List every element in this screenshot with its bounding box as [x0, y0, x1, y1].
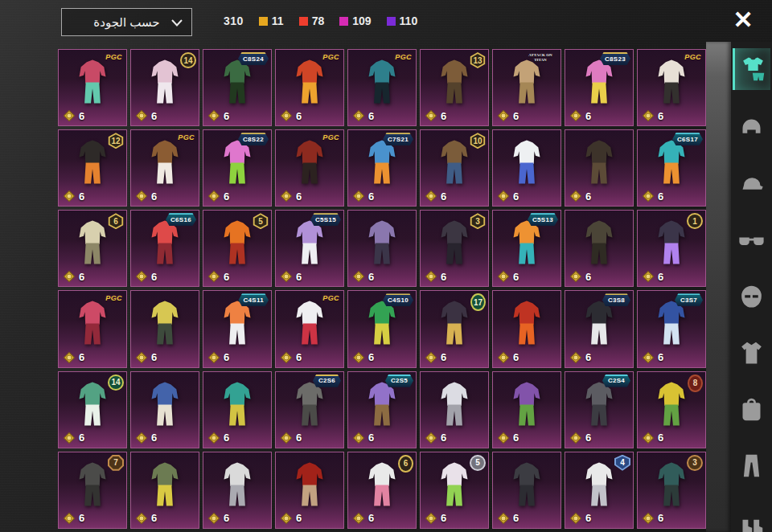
item-card-45[interactable]: 6 8	[637, 371, 706, 448]
item-card-12[interactable]: 6 C8S22	[203, 129, 272, 207]
item-card-28[interactable]: 6 PGC	[58, 290, 127, 367]
outfit-art	[146, 55, 183, 108]
item-card-22[interactable]: 6 C5S15	[275, 210, 344, 287]
coin-icon	[135, 190, 148, 203]
item-card-23[interactable]: 6	[347, 210, 417, 287]
item-cost: 6	[207, 190, 229, 203]
item-card-19[interactable]: 6 6	[58, 210, 127, 287]
item-card-13[interactable]: 6 PGC	[275, 129, 344, 207]
outfit-art	[508, 55, 545, 108]
shirt-icon	[738, 340, 765, 366]
item-card-54[interactable]: 6 3	[637, 452, 706, 529]
coin-icon	[569, 190, 582, 203]
coin-count: 6	[658, 110, 663, 122]
item-card-35[interactable]: 6 C3S8	[565, 290, 634, 367]
item-card-36[interactable]: 6 C3S7	[637, 290, 706, 367]
coin-count: 6	[296, 190, 302, 203]
item-card-47[interactable]: 6	[130, 452, 199, 529]
item-card-29[interactable]: 6	[130, 290, 199, 367]
item-card-37[interactable]: 6 14	[58, 371, 127, 448]
item-card-26[interactable]: 6	[565, 210, 634, 287]
item-card-46[interactable]: 6 7	[58, 452, 127, 529]
close-button[interactable]: ✕	[725, 2, 762, 39]
item-card-39[interactable]: 6	[203, 371, 272, 448]
coin-icon	[63, 432, 76, 444]
item-card-31[interactable]: 6 PGC	[275, 290, 344, 367]
outfit-art	[653, 378, 690, 431]
item-card-5[interactable]: 6 PGC	[347, 49, 417, 126]
item-card-9[interactable]: 6 PGC	[637, 49, 706, 126]
item-card-18[interactable]: 6 C6S17	[637, 129, 706, 207]
item-card-48[interactable]: 6	[203, 452, 272, 529]
item-card-6[interactable]: 6 13	[420, 49, 489, 126]
sidebar-tab-caps[interactable]	[733, 166, 770, 203]
item-card-33[interactable]: 6 17	[420, 290, 489, 367]
item-card-53[interactable]: 6 4	[565, 452, 634, 529]
item-card-20[interactable]: 6 C6S16	[130, 210, 199, 287]
sidebar-tab-bags[interactable]	[733, 391, 770, 428]
number-badge: 14	[108, 374, 124, 391]
chevron-down-icon	[171, 19, 183, 27]
item-card-7[interactable]: 6 Attack on Titan	[492, 49, 561, 126]
item-card-3[interactable]: 6 C8S24	[203, 49, 272, 126]
pgc-badge: PGC	[395, 53, 412, 61]
sidebar-tab-outfits[interactable]	[733, 48, 770, 90]
sidebar-tab-pants[interactable]	[733, 447, 770, 484]
coin-count: 6	[585, 271, 591, 283]
pgc-badge: PGC	[322, 133, 339, 141]
coin-icon	[63, 270, 76, 283]
sidebar-tab-helmets[interactable]	[733, 109, 770, 146]
item-card-10[interactable]: 6 12	[58, 129, 127, 207]
item-card-42[interactable]: 6	[420, 371, 489, 448]
season-badge: C8S23	[600, 52, 630, 65]
sidebar-tab-masks[interactable]	[733, 278, 770, 315]
item-card-50[interactable]: 6 6	[347, 452, 417, 529]
coin-icon	[280, 351, 293, 364]
pants-icon	[738, 452, 765, 479]
item-card-17[interactable]: 6	[565, 129, 634, 207]
outfit-art	[653, 55, 690, 108]
sort-dropdown[interactable]: حسب الجودة	[61, 8, 192, 36]
item-card-21[interactable]: 6 5	[203, 210, 272, 287]
coin-icon	[425, 351, 437, 364]
rarity-count: 11	[272, 14, 284, 27]
sidebar-tab-shirts[interactable]	[733, 334, 770, 371]
coin-icon	[425, 109, 437, 122]
item-card-2[interactable]: 6 14	[130, 49, 199, 126]
coin-icon	[280, 190, 293, 203]
item-card-1[interactable]: 6 PGC	[58, 49, 127, 126]
item-card-11[interactable]: 6 PGC	[130, 129, 199, 207]
number-badge: 3	[687, 455, 703, 471]
sidebar-tab-shoes[interactable]	[733, 503, 770, 532]
outfit-art	[436, 458, 473, 511]
item-card-4[interactable]: 6 PGC	[275, 49, 344, 126]
item-card-51[interactable]: 6 5	[420, 452, 489, 529]
item-card-30[interactable]: 6 C4S11	[203, 290, 272, 367]
pgc-badge: PGC	[105, 53, 122, 61]
sidebar-tab-glasses[interactable]	[733, 222, 770, 259]
item-card-24[interactable]: 6 3	[420, 210, 489, 287]
outfit-art	[363, 55, 400, 108]
item-card-25[interactable]: 6 C5S13	[492, 210, 561, 287]
coin-icon	[352, 351, 365, 364]
item-card-16[interactable]: 6	[492, 129, 561, 207]
coin-count: 6	[585, 110, 591, 122]
item-cost: 6	[425, 109, 446, 122]
item-card-52[interactable]: 6	[492, 452, 561, 529]
coin-count: 6	[441, 351, 446, 363]
item-card-41[interactable]: 6 C2S5	[347, 371, 417, 448]
item-card-14[interactable]: 6 C7S21	[347, 129, 417, 207]
item-card-44[interactable]: 6 C2S4	[565, 371, 634, 448]
item-card-8[interactable]: 6 C8S23	[565, 49, 634, 126]
item-card-49[interactable]: 6	[275, 452, 344, 529]
sort-dropdown-label: حسب الجودة	[93, 15, 159, 30]
number-badge: 1	[687, 213, 703, 229]
item-card-43[interactable]: 6	[492, 371, 561, 448]
coin-count: 6	[224, 512, 229, 524]
item-card-38[interactable]: 6	[130, 371, 199, 448]
item-card-34[interactable]: 6	[492, 290, 561, 367]
item-card-40[interactable]: 6 C2S6	[275, 371, 344, 448]
item-card-27[interactable]: 6 1	[637, 210, 706, 287]
item-card-15[interactable]: 6 10	[420, 129, 489, 207]
item-card-32[interactable]: 6 C4S10	[347, 290, 417, 367]
